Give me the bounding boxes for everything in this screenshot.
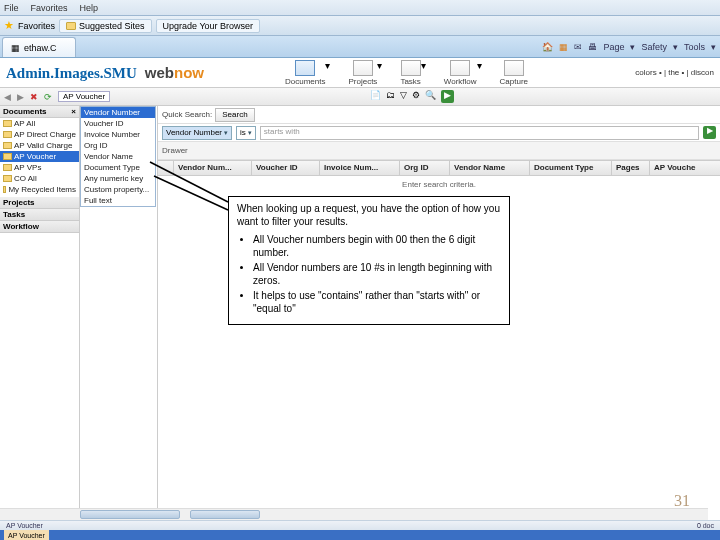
col-org-id[interactable]: Org ID: [400, 161, 450, 175]
mail-icon[interactable]: ✉: [574, 42, 582, 52]
left-panel: Documents× AP All AP Direct Charge AP Va…: [0, 106, 80, 538]
search-button[interactable]: Search: [215, 108, 254, 122]
tool-icon-2[interactable]: 🗂: [386, 90, 395, 103]
header-right-tools[interactable]: colors • | the • | discon: [635, 68, 714, 77]
callout-bullet: It helps to use "contains" rather than "…: [253, 290, 501, 315]
tree-item[interactable]: AP VPs: [0, 162, 79, 173]
drawer-row: Drawer: [158, 142, 720, 160]
filter-op-select[interactable]: is▾: [236, 126, 256, 140]
tab-label: Documents: [285, 77, 325, 86]
favorites-label[interactable]: Favorites: [18, 21, 55, 31]
upgrade-browser-button[interactable]: Upgrade Your Browser: [156, 19, 261, 33]
chevron-down-icon: ▾: [248, 129, 252, 137]
drawer-label: Drawer: [162, 146, 188, 155]
print-icon[interactable]: 🖶: [588, 42, 597, 52]
col-doc-type[interactable]: Document Type: [530, 161, 612, 175]
folder-icon: [3, 186, 6, 193]
column-headers: Vendor Num... Voucher ID Invoice Num... …: [158, 160, 720, 176]
tasks-header[interactable]: Tasks: [0, 209, 79, 221]
nav-back-icon[interactable]: ◀: [4, 92, 11, 102]
safety-menu[interactable]: Safety: [641, 42, 667, 52]
annotation-arrow: [140, 158, 240, 228]
tool-icon-1[interactable]: 📄: [370, 90, 381, 103]
logo-prefix: Admin.Images.SMU: [6, 65, 137, 82]
go-icon[interactable]: ▶: [703, 126, 716, 139]
filter-icon[interactable]: ▽: [400, 90, 407, 103]
delete-icon[interactable]: ✖: [30, 92, 38, 102]
search-icon[interactable]: 🔍: [425, 90, 436, 103]
projects-header[interactable]: Projects: [0, 197, 79, 209]
ie-menu-file[interactable]: File: [4, 3, 19, 13]
quick-search-label: Quick Search:: [162, 110, 212, 119]
tab-tasks[interactable]: Tasks: [400, 60, 420, 86]
col-vendor-name[interactable]: Vendor Name: [450, 161, 530, 175]
nav-fwd-icon[interactable]: ▶: [17, 92, 24, 102]
dropdown-item[interactable]: Vendor Number: [81, 107, 155, 118]
tab-title: ethaw.C: [24, 43, 57, 53]
chevron-down-icon: ▾: [224, 129, 228, 137]
go-icon[interactable]: ▶: [441, 90, 454, 103]
refresh-icon[interactable]: ⟳: [44, 92, 52, 102]
folder-icon: [3, 175, 12, 182]
tab-projects[interactable]: Projects: [348, 60, 377, 86]
tree-item[interactable]: AP Direct Charge: [0, 129, 79, 140]
tab-label: Tasks: [400, 77, 420, 86]
workflow-header[interactable]: Workflow: [0, 221, 79, 233]
col-pages[interactable]: Pages: [612, 161, 650, 175]
folder-icon: [3, 164, 12, 171]
scrollbar-thumb[interactable]: [80, 510, 180, 519]
feeds-icon[interactable]: ▦: [559, 42, 568, 52]
suggested-sites-button[interactable]: Suggested Sites: [59, 19, 152, 33]
tree-item[interactable]: AP All: [0, 118, 79, 129]
home-icon[interactable]: 🏠: [542, 42, 553, 52]
tab-favicon: ▦: [11, 43, 20, 53]
col-voucher-id[interactable]: Voucher ID: [252, 161, 320, 175]
ie-menu-favorites[interactable]: Favorites: [31, 3, 68, 13]
ie-command-bar: 🏠 ▦ ✉ 🖶 Page▾ Safety▾ Tools▾: [542, 38, 716, 56]
page-menu[interactable]: Page: [603, 42, 624, 52]
status-bar: AP Voucher 0 doc: [0, 520, 720, 530]
filter-row: Vendor Number▾ is▾ starts with ▶: [158, 124, 720, 142]
folder-icon: [3, 142, 12, 149]
app-logo: Admin.Images.SMU webnow: [6, 64, 204, 82]
tree-item[interactable]: CO All: [0, 173, 79, 184]
tree-item[interactable]: My Recycled Items: [0, 184, 79, 195]
filter-field-select[interactable]: Vendor Number▾: [162, 126, 232, 140]
slide-footer: [0, 530, 720, 540]
status-right: 0 doc: [697, 522, 714, 529]
folder-icon: [66, 22, 76, 30]
tab-workflow[interactable]: Workflow: [444, 60, 477, 86]
context-chip[interactable]: AP Voucher: [58, 91, 110, 102]
ie-menu-help[interactable]: Help: [80, 3, 99, 13]
tree-item[interactable]: AP Valid Charge: [0, 140, 79, 151]
documents-header: Documents×: [0, 106, 79, 118]
tab-documents[interactable]: Documents: [285, 60, 325, 86]
logo-web: web: [145, 64, 174, 81]
ie-favorites-bar: ★ Favorites Suggested Sites Upgrade Your…: [0, 16, 720, 36]
dropdown-item[interactable]: Voucher ID: [81, 118, 155, 129]
close-panel-icon[interactable]: ×: [71, 107, 76, 116]
suggested-sites-label: Suggested Sites: [79, 21, 145, 31]
col-invoice-num[interactable]: Invoice Num...: [320, 161, 400, 175]
svg-line-0: [150, 162, 228, 202]
tab-capture[interactable]: Capture: [500, 60, 528, 86]
browser-tab[interactable]: ▦ ethaw.C: [2, 37, 76, 57]
scrollbar-thumb[interactable]: [190, 510, 260, 519]
tool-icon-3[interactable]: ⚙: [412, 90, 420, 103]
folder-icon: [3, 153, 12, 160]
horizontal-scrollbar[interactable]: [0, 508, 708, 520]
favorites-star-icon[interactable]: ★: [4, 19, 14, 32]
tree-item-selected[interactable]: AP Voucher: [0, 151, 79, 162]
filter-value-input[interactable]: starts with: [260, 126, 699, 140]
callout-intro: When looking up a request, you have the …: [237, 203, 501, 228]
folder-icon: [3, 120, 12, 127]
upgrade-browser-label: Upgrade Your Browser: [163, 21, 254, 31]
tools-menu[interactable]: Tools: [684, 42, 705, 52]
dropdown-item[interactable]: Invoice Number: [81, 129, 155, 140]
empty-hint: Enter search criteria.: [402, 180, 476, 189]
dropdown-item[interactable]: Org ID: [81, 140, 155, 151]
col-ap-voucher[interactable]: AP Vouche: [650, 161, 720, 175]
callout-bullet: All Vendor numbers are 10 #s in length b…: [253, 262, 501, 287]
app-toolbar: ◀ ▶ ✖ ⟳ AP Voucher 📄 🗂 ▽ ⚙ 🔍 ▶: [0, 88, 720, 106]
tab-label: Workflow: [444, 77, 477, 86]
